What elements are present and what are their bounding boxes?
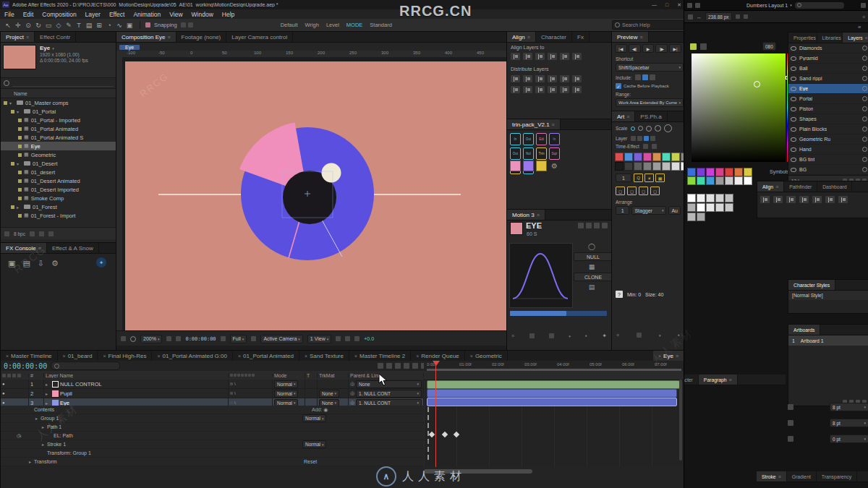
ai-target-icon[interactable] <box>862 106 867 111</box>
property-row-group-1[interactable]: ▸Group 1Normal▾ <box>1 414 424 423</box>
property-mode-select[interactable]: Normal▾ <box>302 414 326 422</box>
artboard-row[interactable]: 1 Artboard 1 <box>788 335 868 346</box>
ai-align-tab-dashboard[interactable]: Dashboard <box>817 181 852 192</box>
selection-tool-icon[interactable]: ↖ <box>3 22 13 29</box>
tab-close-icon[interactable]: × <box>354 354 357 359</box>
menu-window[interactable]: Window <box>187 11 218 18</box>
playhead-handle[interactable] <box>433 361 440 366</box>
comp-breadcrumb[interactable]: Eye <box>119 45 140 50</box>
trin-pack-tab[interactable]: trin-pack_V2.1≡ <box>507 119 561 129</box>
ai-layer-ball[interactable]: Ball <box>788 64 868 74</box>
normal-style-row[interactable]: [Normal Style] <box>788 291 868 300</box>
property-row-path-1[interactable]: ▸Path 1 <box>1 423 424 432</box>
corner-tl-icon[interactable]: ◻ <box>616 187 625 195</box>
ai-pattern-swatch[interactable] <box>687 213 696 221</box>
interpret-footage-icon[interactable] <box>4 231 9 236</box>
ai-target-icon[interactable] <box>862 116 867 121</box>
ai-layer-piston[interactable]: Piston <box>788 104 868 114</box>
property-mode-select[interactable]: Normal▾ <box>302 440 326 448</box>
trin-out-button[interactable]: Out <box>510 147 521 160</box>
project-item[interactable]: ▾01_Portal <box>1 107 116 116</box>
dist-bottom-icon[interactable] <box>535 75 545 82</box>
tab-close-icon[interactable]: × <box>238 354 241 359</box>
ai-layer-plain-blocks[interactable]: Plain Blocks <box>788 124 868 134</box>
roi-icon[interactable] <box>251 336 256 341</box>
play-icon[interactable]: ▶ <box>642 44 655 53</box>
mask-toggle-icon[interactable] <box>176 336 181 341</box>
layer-toggle[interactable] <box>644 136 649 141</box>
overlays-include-icon[interactable] <box>650 74 655 80</box>
ai-layer-pyramid[interactable]: Pyramid <box>788 53 868 64</box>
ai-field-input[interactable]: 8 pt▾ <box>830 419 868 427</box>
trkmat-column-header[interactable]: TrkMat <box>318 373 349 378</box>
property-twirl-icon[interactable]: ▸ <box>42 442 47 447</box>
trin-edi-button[interactable]: Edi <box>536 133 547 145</box>
timeline-tab-01-portal-animated-g-00[interactable]: ×01_Portal Animated G:00 <box>152 351 232 361</box>
ai-search-box[interactable] <box>795 2 844 9</box>
trin-sqz-button[interactable]: Sqz <box>549 147 560 160</box>
project-search-input[interactable] <box>12 80 114 87</box>
motion3-color-swatch[interactable] <box>510 222 523 235</box>
shortcut-select[interactable]: Shift/Spacebar▾ <box>616 63 684 72</box>
ai-layer-shapes[interactable]: Shapes <box>788 114 868 124</box>
snap-option2-icon[interactable] <box>188 22 193 27</box>
workspace-default[interactable]: Default <box>281 22 298 28</box>
puppet-tool-icon[interactable]: ∿ <box>114 22 124 29</box>
dist-v-space-icon[interactable] <box>523 86 532 93</box>
layer-trkmat-select[interactable]: None▾ <box>319 390 339 398</box>
layer-mode-select[interactable]: Normal▾ <box>274 390 298 398</box>
camera-icon[interactable]: ▣ <box>8 259 15 268</box>
layer-duration-bar[interactable] <box>427 398 677 406</box>
grid-button-▦[interactable]: ▦ <box>655 174 665 182</box>
keyframe-diamond[interactable] <box>454 432 459 437</box>
m3-target-icon[interactable] <box>594 223 600 228</box>
tab-close-icon[interactable]: × <box>6 354 9 359</box>
twirl-icon[interactable]: ▾ <box>17 109 22 114</box>
trash-icon[interactable] <box>48 231 54 236</box>
project-item[interactable]: ▦01_Forest - Import <box>1 211 116 220</box>
timeline-vscrollbar[interactable] <box>679 380 682 461</box>
video-include-icon[interactable] <box>635 74 641 80</box>
project-item[interactable]: ▦01_Desert Animated <box>1 176 116 185</box>
tool-color-swatch[interactable] <box>662 153 671 161</box>
arrange-mode-select[interactable]: Stagger▾ <box>631 206 666 215</box>
ai-pattern-swatch[interactable] <box>725 194 733 202</box>
snapshot-icon[interactable] <box>221 336 226 341</box>
ai-layer-hand[interactable]: Hand <box>788 145 868 155</box>
m3-expand-icon[interactable] <box>602 223 608 228</box>
tab-project-menu-icon[interactable]: ≡ <box>26 35 29 40</box>
corner-tr-icon[interactable]: ◻ <box>627 187 637 195</box>
timeline-panel-menu-icon[interactable]: ≡ <box>676 354 678 359</box>
ai-align-left-icon[interactable] <box>760 196 770 203</box>
ai-layer-bg-tint[interactable]: BG tint <box>788 155 868 165</box>
ai-layer-portal[interactable]: Portal <box>788 94 868 104</box>
ai-layer-diamonds[interactable]: Diamonds <box>788 43 868 53</box>
ai-layer-eye[interactable]: Eye <box>788 84 868 94</box>
project-item[interactable]: ▦01_Desert Imported <box>1 185 116 194</box>
motion3-curve-editor[interactable] <box>509 243 573 308</box>
tool-gray-swatch[interactable] <box>624 162 633 171</box>
ai-align-bottom-icon[interactable] <box>825 196 835 203</box>
layer-switch-icon[interactable] <box>230 392 233 395</box>
workspace-standard[interactable]: Standard <box>370 22 391 28</box>
layer-toggle[interactable] <box>631 136 636 141</box>
dist-left-icon[interactable] <box>548 75 557 82</box>
ai-bar-menu-icon[interactable]: ≡ <box>862 14 865 20</box>
ai-bottom-tab-transparency[interactable]: Transparency <box>817 471 857 481</box>
settings-icon[interactable]: ⚙ <box>51 259 59 268</box>
project-item[interactable]: ▦01_Portal - Imported <box>1 116 116 124</box>
align-center-v-icon[interactable] <box>560 53 569 60</box>
keyframe-diamond[interactable] <box>442 432 448 437</box>
ai-align-right-icon[interactable] <box>786 196 796 203</box>
ai-tab-properties[interactable]: Properties <box>788 33 817 43</box>
ai-link-icon[interactable] <box>736 14 740 19</box>
ai-target-icon[interactable] <box>862 127 867 132</box>
ai-target-icon[interactable] <box>862 76 867 81</box>
grid-count-input[interactable]: 1 <box>616 174 631 182</box>
shape-tool-icon[interactable]: ▣ <box>124 22 135 29</box>
trin-in-button[interactable]: In <box>549 133 560 145</box>
layer-visibility-icon[interactable]: ● <box>2 382 5 386</box>
tab-viewer-menu-icon[interactable]: ≡ <box>167 35 170 40</box>
hand-tool-icon[interactable]: ✛ <box>13 22 23 29</box>
arrange-count-input[interactable]: 1 <box>616 206 629 215</box>
